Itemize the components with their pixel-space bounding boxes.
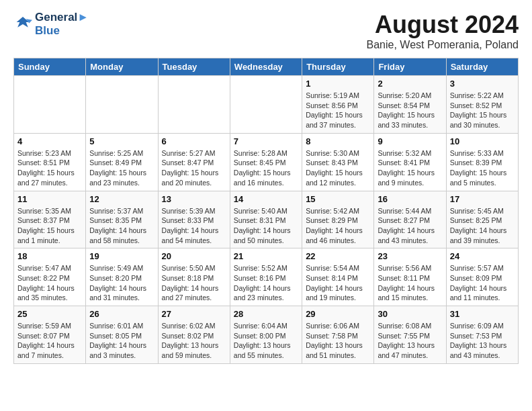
day-info: Sunrise: 6:04 AMSunset: 8:00 PMDaylight:… [234, 321, 298, 361]
header: General► Blue August 2024 Banie, West Po… [13, 11, 519, 51]
col-saturday: Saturday [446, 58, 518, 76]
day-number: 9 [378, 136, 442, 146]
calendar-cell: 8Sunrise: 5:30 AMSunset: 8:43 PMDaylight… [302, 133, 374, 191]
calendar-cell: 20Sunrise: 5:50 AMSunset: 8:18 PMDayligh… [158, 248, 230, 306]
day-number: 1 [306, 79, 370, 89]
day-info: Sunrise: 5:33 AMSunset: 8:39 PMDaylight:… [450, 148, 515, 188]
day-info: Sunrise: 6:09 AMSunset: 7:53 PMDaylight:… [450, 321, 515, 361]
day-number: 2 [378, 79, 442, 89]
calendar-cell: 19Sunrise: 5:49 AMSunset: 8:20 PMDayligh… [86, 248, 158, 306]
calendar-cell [86, 76, 158, 134]
calendar-cell: 31Sunrise: 6:09 AMSunset: 7:53 PMDayligh… [446, 306, 518, 364]
day-number: 15 [306, 194, 370, 204]
day-info: Sunrise: 5:44 AMSunset: 8:27 PMDaylight:… [378, 206, 442, 246]
day-number: 20 [162, 251, 226, 261]
day-info: Sunrise: 5:52 AMSunset: 8:16 PMDaylight:… [234, 263, 298, 303]
col-friday: Friday [374, 58, 446, 76]
day-info: Sunrise: 5:54 AMSunset: 8:14 PMDaylight:… [306, 263, 370, 303]
day-number: 31 [450, 309, 515, 319]
calendar-cell: 15Sunrise: 5:42 AMSunset: 8:29 PMDayligh… [302, 191, 374, 248]
calendar-cell: 6Sunrise: 5:27 AMSunset: 8:47 PMDaylight… [158, 133, 230, 191]
calendar-cell: 16Sunrise: 5:44 AMSunset: 8:27 PMDayligh… [374, 191, 446, 248]
day-number: 29 [306, 309, 370, 319]
day-info: Sunrise: 6:01 AMSunset: 8:05 PMDaylight:… [89, 321, 154, 361]
calendar-cell: 3Sunrise: 5:22 AMSunset: 8:52 PMDaylight… [446, 76, 518, 134]
calendar-cell: 23Sunrise: 5:56 AMSunset: 8:11 PMDayligh… [374, 248, 446, 306]
calendar-header-row: Sunday Monday Tuesday Wednesday Thursday… [14, 58, 519, 76]
day-number: 5 [89, 136, 154, 146]
day-info: Sunrise: 5:25 AMSunset: 8:49 PMDaylight:… [89, 148, 154, 188]
col-tuesday: Tuesday [158, 58, 230, 76]
calendar-cell: 17Sunrise: 5:45 AMSunset: 8:25 PMDayligh… [446, 191, 518, 248]
day-info: Sunrise: 5:23 AMSunset: 8:51 PMDaylight:… [17, 148, 82, 188]
calendar-cell: 22Sunrise: 5:54 AMSunset: 8:14 PMDayligh… [302, 248, 374, 306]
day-number: 10 [450, 136, 515, 146]
day-number: 30 [378, 309, 442, 319]
calendar-cell: 4Sunrise: 5:23 AMSunset: 8:51 PMDaylight… [14, 133, 86, 191]
calendar-subtitle: Banie, West Pomerania, Poland [367, 39, 519, 51]
calendar-cell: 24Sunrise: 5:57 AMSunset: 8:09 PMDayligh… [446, 248, 518, 306]
col-thursday: Thursday [302, 58, 374, 76]
calendar-cell: 12Sunrise: 5:37 AMSunset: 8:35 PMDayligh… [86, 191, 158, 248]
calendar-cell [14, 76, 86, 134]
calendar-table: Sunday Monday Tuesday Wednesday Thursday… [13, 58, 519, 364]
logo: General► Blue [13, 11, 89, 38]
day-number: 6 [162, 136, 226, 146]
day-number: 19 [89, 251, 154, 261]
day-number: 16 [378, 194, 442, 204]
day-info: Sunrise: 5:32 AMSunset: 8:41 PMDaylight:… [378, 148, 442, 188]
day-number: 14 [234, 194, 298, 204]
svg-marker-0 [17, 17, 30, 28]
calendar-cell: 14Sunrise: 5:40 AMSunset: 8:31 PMDayligh… [230, 191, 302, 248]
calendar-title: August 2024 [367, 11, 519, 39]
day-info: Sunrise: 5:50 AMSunset: 8:18 PMDaylight:… [162, 263, 226, 303]
day-number: 4 [17, 136, 82, 146]
day-info: Sunrise: 5:59 AMSunset: 8:07 PMDaylight:… [17, 321, 82, 361]
calendar-cell [230, 76, 302, 134]
day-info: Sunrise: 5:19 AMSunset: 8:56 PMDaylight:… [306, 91, 370, 130]
day-number: 8 [306, 136, 370, 146]
day-info: Sunrise: 5:20 AMSunset: 8:54 PMDaylight:… [378, 91, 442, 130]
day-info: Sunrise: 5:47 AMSunset: 8:22 PMDaylight:… [17, 263, 82, 303]
calendar-cell: 7Sunrise: 5:28 AMSunset: 8:45 PMDaylight… [230, 133, 302, 191]
day-number: 24 [450, 251, 515, 261]
day-number: 27 [162, 309, 226, 319]
day-info: Sunrise: 5:22 AMSunset: 8:52 PMDaylight:… [450, 91, 515, 130]
day-info: Sunrise: 5:56 AMSunset: 8:11 PMDaylight:… [378, 263, 442, 303]
calendar-week-4: 25Sunrise: 5:59 AMSunset: 8:07 PMDayligh… [14, 306, 519, 364]
calendar-week-3: 18Sunrise: 5:47 AMSunset: 8:22 PMDayligh… [14, 248, 519, 306]
calendar-cell: 1Sunrise: 5:19 AMSunset: 8:56 PMDaylight… [302, 76, 374, 134]
calendar-cell: 27Sunrise: 6:02 AMSunset: 8:02 PMDayligh… [158, 306, 230, 364]
day-info: Sunrise: 5:57 AMSunset: 8:09 PMDaylight:… [450, 263, 515, 303]
calendar-cell: 28Sunrise: 6:04 AMSunset: 8:00 PMDayligh… [230, 306, 302, 364]
day-info: Sunrise: 5:35 AMSunset: 8:37 PMDaylight:… [17, 206, 82, 246]
calendar-week-0: 1Sunrise: 5:19 AMSunset: 8:56 PMDaylight… [14, 76, 519, 134]
col-monday: Monday [86, 58, 158, 76]
day-number: 3 [450, 79, 515, 89]
day-info: Sunrise: 5:27 AMSunset: 8:47 PMDaylight:… [162, 148, 226, 188]
day-info: Sunrise: 5:45 AMSunset: 8:25 PMDaylight:… [450, 206, 515, 246]
day-info: Sunrise: 5:28 AMSunset: 8:45 PMDaylight:… [234, 148, 298, 188]
day-info: Sunrise: 5:30 AMSunset: 8:43 PMDaylight:… [306, 148, 370, 188]
day-number: 22 [306, 251, 370, 261]
day-info: Sunrise: 6:06 AMSunset: 7:58 PMDaylight:… [306, 321, 370, 361]
calendar-cell: 21Sunrise: 5:52 AMSunset: 8:16 PMDayligh… [230, 248, 302, 306]
logo-icon [13, 15, 32, 34]
day-number: 26 [89, 309, 154, 319]
day-info: Sunrise: 5:49 AMSunset: 8:20 PMDaylight:… [89, 263, 154, 303]
calendar-cell: 30Sunrise: 6:08 AMSunset: 7:55 PMDayligh… [374, 306, 446, 364]
day-number: 12 [89, 194, 154, 204]
calendar-cell: 10Sunrise: 5:33 AMSunset: 8:39 PMDayligh… [446, 133, 518, 191]
page-container: General► Blue August 2024 Banie, West Po… [0, 0, 532, 375]
day-info: Sunrise: 5:37 AMSunset: 8:35 PMDaylight:… [89, 206, 154, 246]
calendar-cell: 29Sunrise: 6:06 AMSunset: 7:58 PMDayligh… [302, 306, 374, 364]
calendar-cell: 9Sunrise: 5:32 AMSunset: 8:41 PMDaylight… [374, 133, 446, 191]
calendar-week-1: 4Sunrise: 5:23 AMSunset: 8:51 PMDaylight… [14, 133, 519, 191]
day-info: Sunrise: 5:42 AMSunset: 8:29 PMDaylight:… [306, 206, 370, 246]
calendar-cell: 26Sunrise: 6:01 AMSunset: 8:05 PMDayligh… [86, 306, 158, 364]
day-number: 13 [162, 194, 226, 204]
title-block: August 2024 Banie, West Pomerania, Polan… [367, 11, 519, 51]
day-number: 25 [17, 309, 82, 319]
day-info: Sunrise: 6:02 AMSunset: 8:02 PMDaylight:… [162, 321, 226, 361]
calendar-cell: 25Sunrise: 5:59 AMSunset: 8:07 PMDayligh… [14, 306, 86, 364]
